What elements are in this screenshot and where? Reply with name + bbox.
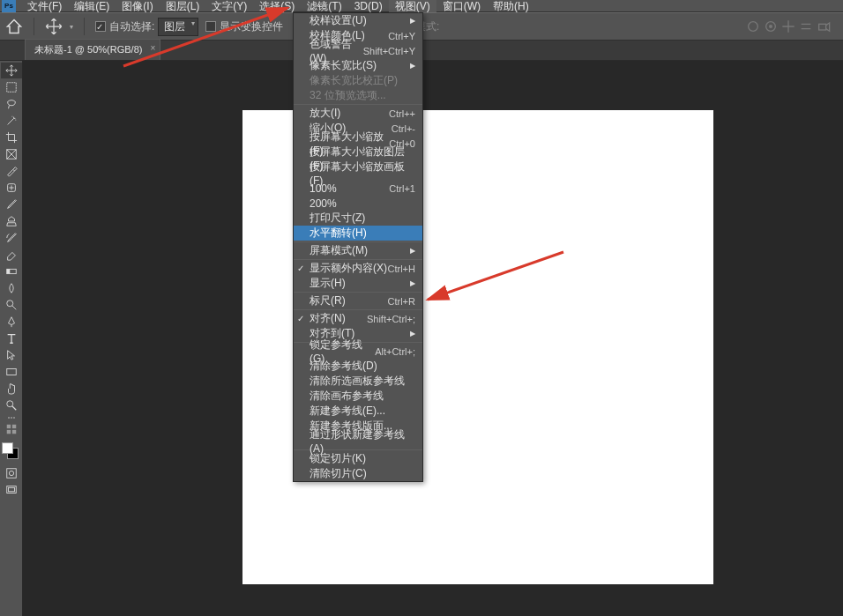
menu-item[interactable]: 显示(H)▶ bbox=[294, 276, 422, 291]
3d-camera-icon[interactable] bbox=[817, 19, 831, 33]
lasso-tool[interactable] bbox=[1, 96, 22, 112]
type-tool[interactable] bbox=[1, 330, 22, 346]
menu-item-label: 屏幕模式(M) bbox=[310, 243, 368, 258]
menubar-item[interactable]: 视图(V) bbox=[389, 0, 436, 12]
eyedropper-tool[interactable] bbox=[1, 163, 22, 179]
edit-toolbar[interactable] bbox=[1, 421, 22, 437]
menu-separator bbox=[294, 309, 422, 310]
menu-item[interactable]: 放大(I)Ctrl++ bbox=[294, 106, 422, 121]
3d-orbit-icon[interactable] bbox=[746, 19, 760, 33]
menu-item[interactable]: 100%Ctrl+1 bbox=[294, 181, 422, 196]
menubar-item[interactable]: 选择(S) bbox=[253, 0, 301, 12]
menu-item-label: 显示(H) bbox=[310, 276, 346, 291]
close-tab-icon[interactable]: × bbox=[151, 43, 156, 53]
document-tab-title: 未标题-1 @ 50%(RGB/8) bbox=[34, 44, 142, 55]
move-tool[interactable] bbox=[1, 63, 22, 78]
submenu-arrow-icon: ▶ bbox=[410, 279, 415, 287]
crop-tool[interactable] bbox=[1, 130, 22, 145]
menu-shortcut: Alt+Ctrl+; bbox=[375, 346, 415, 357]
marquee-tool[interactable] bbox=[1, 79, 22, 95]
magic-wand-tool[interactable] bbox=[1, 113, 22, 129]
divider bbox=[84, 18, 85, 35]
menu-item-label: 清除所选画板参考线 bbox=[310, 374, 405, 389]
path-selection-tool[interactable] bbox=[1, 347, 22, 363]
menu-item-label: 像素长宽比(S) bbox=[310, 58, 377, 73]
gradient-tool[interactable] bbox=[1, 263, 22, 279]
layer-dropdown[interactable]: 图层 bbox=[158, 18, 198, 36]
menu-item[interactable]: 锁定切片(K) bbox=[294, 451, 422, 466]
menu-item-label: 显示额外内容(X) bbox=[310, 261, 387, 276]
3d-slide-icon[interactable] bbox=[799, 19, 813, 33]
svg-rect-14 bbox=[7, 269, 11, 273]
menu-item[interactable]: 按屏幕大小缩放画板(F) bbox=[294, 166, 422, 181]
menubar-item[interactable]: 编辑(E) bbox=[68, 0, 116, 12]
color-swatches[interactable] bbox=[2, 442, 19, 460]
menu-item[interactable]: 清除切片(C) bbox=[294, 466, 422, 481]
submenu-arrow-icon: ▶ bbox=[410, 247, 415, 255]
view-menu-dropdown: 校样设置(U)▶校样颜色(L)Ctrl+Y色域警告(W)Shift+Ctrl+Y… bbox=[293, 12, 423, 482]
menubar-item[interactable]: 3D(D) bbox=[348, 0, 389, 12]
menubar-item[interactable]: 文件(F) bbox=[21, 0, 68, 12]
menu-item[interactable]: ✓显示额外内容(X)Ctrl+H bbox=[294, 261, 422, 276]
menu-item[interactable]: 清除画布参考线 bbox=[294, 389, 422, 404]
screen-mode-tool[interactable] bbox=[1, 482, 22, 498]
menu-item[interactable]: 清除所选画板参考线 bbox=[294, 374, 422, 389]
menu-item[interactable]: 200% bbox=[294, 196, 422, 211]
show-transform-group: 显示变换控件 bbox=[205, 19, 283, 34]
hand-tool[interactable] bbox=[1, 381, 22, 397]
menu-item: 像素长宽比校正(P) bbox=[294, 73, 422, 88]
menu-item[interactable]: 打印尺寸(Z) bbox=[294, 211, 422, 226]
menu-item[interactable]: 标尺(R)Ctrl+R bbox=[294, 293, 422, 308]
show-transform-checkbox[interactable] bbox=[205, 21, 216, 32]
3d-icons bbox=[746, 19, 838, 33]
menu-item[interactable]: 通过形状新建参考线(A) bbox=[294, 434, 422, 449]
menu-item[interactable]: ✓对齐(N)Shift+Ctrl+; bbox=[294, 311, 422, 326]
menubar: Ps 文件(F)编辑(E)图像(I)图层(L)文字(Y)选择(S)滤镜(T)3D… bbox=[0, 0, 843, 12]
rectangle-tool[interactable] bbox=[1, 364, 22, 380]
svg-point-23 bbox=[9, 471, 13, 475]
auto-select-checkbox[interactable] bbox=[95, 21, 106, 32]
menubar-item[interactable]: 图层(L) bbox=[160, 0, 206, 12]
menu-item[interactable]: 清除参考线(D) bbox=[294, 359, 422, 374]
brush-tool[interactable] bbox=[1, 197, 22, 212]
toolbox-more[interactable] bbox=[0, 414, 22, 421]
menu-item-label: 清除切片(C) bbox=[310, 466, 367, 481]
quick-mask-tool[interactable] bbox=[1, 465, 22, 481]
menu-item[interactable]: 像素长宽比(S)▶ bbox=[294, 58, 422, 73]
menubar-item[interactable]: 帮助(H) bbox=[487, 0, 535, 12]
3d-pan-icon[interactable] bbox=[781, 19, 795, 33]
menu-item[interactable]: 校样设置(U)▶ bbox=[294, 13, 422, 28]
history-brush-tool[interactable] bbox=[1, 230, 22, 246]
menu-item-label: 放大(I) bbox=[310, 106, 340, 121]
check-icon: ✓ bbox=[297, 314, 304, 323]
menubar-item[interactable]: 滤镜(T) bbox=[301, 0, 347, 12]
blur-tool[interactable] bbox=[1, 280, 22, 296]
menu-shortcut: Ctrl+R bbox=[388, 296, 415, 307]
3d-roll-icon[interactable] bbox=[764, 19, 778, 33]
healing-brush-tool[interactable] bbox=[1, 180, 22, 196]
dodge-tool[interactable] bbox=[1, 297, 22, 313]
menu-item[interactable]: 屏幕模式(M)▶ bbox=[294, 243, 422, 258]
menu-item-label: 清除参考线(D) bbox=[310, 359, 377, 374]
zoom-tool[interactable] bbox=[1, 397, 22, 413]
svg-rect-22 bbox=[7, 469, 17, 479]
eraser-tool[interactable] bbox=[1, 247, 22, 263]
svg-point-17 bbox=[7, 401, 13, 407]
canvas-area[interactable] bbox=[23, 61, 843, 616]
menu-item-label: 清除画布参考线 bbox=[310, 389, 384, 404]
menubar-item[interactable]: 文字(Y) bbox=[205, 0, 253, 12]
move-tool-indicator[interactable] bbox=[45, 18, 63, 35]
pen-tool[interactable] bbox=[1, 314, 22, 330]
menu-item[interactable]: 锁定参考线(G)Alt+Ctrl+; bbox=[294, 344, 422, 359]
foreground-color[interactable] bbox=[2, 442, 13, 454]
frame-tool[interactable] bbox=[1, 146, 22, 162]
clone-stamp-tool[interactable] bbox=[1, 213, 22, 229]
menu-item[interactable]: 色域警告(W)Shift+Ctrl+Y bbox=[294, 43, 422, 58]
document-tab[interactable]: 未标题-1 @ 50%(RGB/8) × bbox=[25, 39, 160, 60]
menu-item[interactable]: 水平翻转(H) bbox=[294, 226, 422, 241]
home-button[interactable] bbox=[5, 18, 23, 35]
dropdown-arrow[interactable]: ▾ bbox=[70, 23, 73, 31]
menu-item[interactable]: 新建参考线(E)... bbox=[294, 404, 422, 419]
menubar-item[interactable]: 窗口(W) bbox=[436, 0, 487, 12]
menubar-item[interactable]: 图像(I) bbox=[116, 0, 159, 12]
